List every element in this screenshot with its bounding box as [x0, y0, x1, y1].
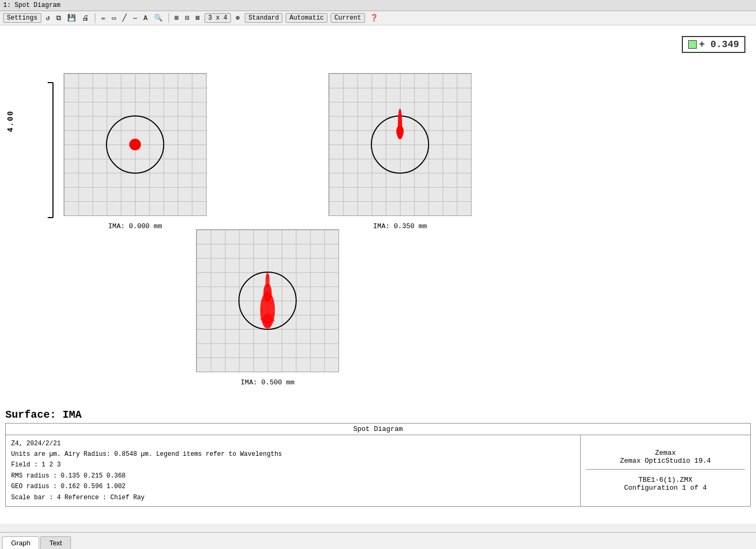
sep1	[95, 13, 95, 23]
rect-icon[interactable]: ▭	[110, 13, 118, 23]
pencil-icon[interactable]: ✏	[100, 13, 107, 23]
surface-label: Surface: IMA	[0, 406, 756, 423]
line-icon[interactable]: ╱	[121, 13, 128, 23]
save-icon[interactable]: 💾	[66, 13, 77, 23]
spot-grid-3	[197, 230, 339, 372]
scale-label: 4.00	[6, 110, 15, 132]
tab-text[interactable]: Text	[40, 536, 71, 549]
table-right-bottom: TBE1-6(1).ZMX Configuration 1 of 4	[586, 476, 745, 492]
data-table: Spot Diagram Z4, 2024/2/21 Units are µm.…	[5, 423, 751, 507]
table-right-top: Zemax Zemax OpticStudio 19.4	[586, 449, 745, 470]
print-icon[interactable]: 🖨	[81, 14, 91, 23]
table-line-5: GEO radius : 0.162 0.596 1.002	[11, 481, 575, 492]
svg-point-10	[399, 115, 401, 119]
svg-point-5	[397, 131, 403, 139]
spot-dot-1	[129, 139, 141, 150]
sep2	[168, 13, 169, 23]
svg-point-25	[260, 318, 262, 320]
svg-point-28	[269, 327, 271, 329]
title-text: 1: Spot Diagram	[3, 2, 60, 9]
target-icon[interactable]: ⊕	[234, 13, 242, 23]
svg-point-18	[266, 276, 269, 279]
svg-point-24	[272, 313, 274, 315]
refresh-icon[interactable]: ↺	[45, 13, 52, 23]
table-line-2: Units are µm. Airy Radius: 0.8548 µm. Le…	[11, 449, 575, 460]
spot-label-1: IMA: 0.000 mm	[64, 222, 206, 230]
file-name: TBE1-6(1).ZMX	[586, 476, 745, 484]
help-icon[interactable]: ❓	[368, 13, 380, 23]
title-bar: 1: Spot Diagram	[0, 0, 756, 11]
spot-pattern-3	[197, 230, 339, 372]
config-info: Configuration 1 of 4	[586, 484, 745, 492]
table-left: Z4, 2024/2/21 Units are µm. Airy Radius:…	[6, 435, 581, 506]
automatic-button[interactable]: Automatic	[286, 13, 327, 23]
spot-grid-1	[64, 74, 206, 215]
spot-label-3: IMA: 0.500 mm	[197, 379, 339, 386]
grid-size-button[interactable]: 3 x 4	[204, 13, 231, 23]
value-indicator: + 0.349	[682, 36, 745, 53]
spot-diagram-1: IMA: 0.000 mm	[64, 73, 207, 216]
table-line-3: Field : 1 2 3	[11, 460, 575, 470]
text-icon[interactable]: A	[142, 14, 149, 23]
minus-icon[interactable]: —	[131, 14, 139, 23]
svg-point-11	[398, 119, 402, 128]
color-box	[688, 40, 697, 49]
tab-graph[interactable]: Graph	[2, 536, 39, 549]
current-button[interactable]: Current	[331, 13, 364, 23]
toolbar: Settings ↺ ⧉ 💾 🖨 ✏ ▭ ╱ — A 🔍 ⊞ ⊟ ⊠ 3 x 4…	[0, 11, 756, 25]
grid-toggle-icon[interactable]: ⊞	[173, 13, 181, 23]
main-content: 4.00 + 0.349 IMA: 0.000 mm	[0, 25, 756, 524]
table-right: Zemax Zemax OpticStudio 19.4 TBE1-6(1).Z…	[581, 435, 750, 506]
svg-point-22	[271, 302, 272, 304]
standard-button[interactable]: Standard	[245, 13, 283, 23]
svg-point-27	[264, 326, 266, 328]
value-text: + 0.349	[699, 39, 739, 50]
columns-icon[interactable]: ⊠	[194, 13, 201, 23]
svg-point-23	[261, 310, 263, 312]
svg-point-26	[273, 320, 275, 322]
settings-button[interactable]: Settings	[3, 13, 41, 23]
zoom-icon[interactable]: 🔍	[153, 13, 164, 23]
spot-diagram-3: IMA: 0.500 mm	[196, 229, 339, 372]
table-header: Spot Diagram	[6, 424, 750, 435]
table-body: Z4, 2024/2/21 Units are µm. Airy Radius:…	[6, 435, 750, 506]
spot-diagram-2: IMA: 0.350 mm	[328, 73, 472, 216]
bottom-info: Surface: IMA Spot Diagram Z4, 2024/2/21 …	[0, 406, 756, 507]
spot-label-2: IMA: 0.350 mm	[329, 222, 471, 230]
zemax-product: Zemax OpticStudio 19.4	[586, 457, 745, 465]
zemax-brand: Zemax	[586, 449, 745, 457]
svg-point-21	[263, 300, 264, 302]
table-icon[interactable]: ⊟	[183, 13, 191, 23]
spot-grid-2	[329, 74, 471, 215]
table-line-1: Z4, 2024/2/21	[11, 438, 575, 449]
scale-bracket	[32, 77, 64, 223]
spot-pattern-2	[329, 74, 471, 215]
table-line-4: RMS radius : 0.135 0.215 0.368	[11, 471, 575, 481]
tab-bar: Graph Text	[0, 532, 756, 549]
table-line-6: Scale bar : 4 Reference : Chief Ray	[11, 492, 575, 503]
copy-icon[interactable]: ⧉	[55, 14, 63, 23]
